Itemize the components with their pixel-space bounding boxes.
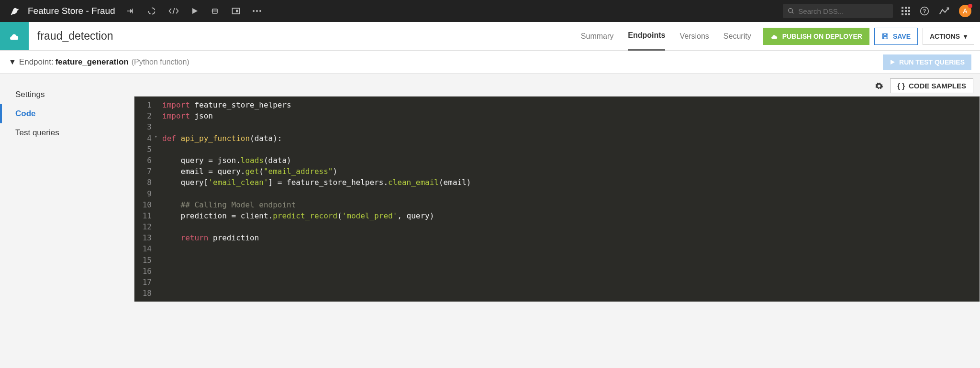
svg-rect-13 [908, 13, 910, 15]
svg-rect-12 [905, 13, 907, 15]
braces-icon: { } [897, 82, 905, 90]
svg-rect-7 [908, 7, 910, 9]
more-icon[interactable] [252, 10, 262, 12]
avatar[interactable]: A [959, 5, 971, 17]
code-editor[interactable]: 123456789101112131415161718 import featu… [134, 96, 980, 302]
run-label: RUN TEST QUERIES [899, 58, 965, 66]
search-icon [788, 7, 794, 15]
collapse-icon[interactable]: ▼ [9, 58, 16, 66]
stack-icon[interactable] [210, 6, 220, 16]
sidebar-item-code[interactable]: Code [0, 104, 134, 123]
actions-button[interactable]: ACTIONS ▾ [923, 28, 974, 45]
save-label: SAVE [893, 32, 911, 40]
code-icon[interactable] [168, 6, 179, 16]
svg-point-4 [259, 10, 261, 12]
sidebar-item-settings[interactable]: Settings [0, 85, 134, 104]
chevron-down-icon: ▾ [964, 32, 967, 40]
apps-icon[interactable] [902, 7, 910, 15]
play-icon [890, 59, 895, 65]
svg-rect-9 [905, 10, 907, 12]
svg-point-2 [253, 10, 255, 12]
play-icon[interactable] [191, 7, 199, 15]
endpoint-kind: (Python function) [132, 58, 189, 66]
code-content[interactable]: import feature_store_helpers import json… [156, 97, 980, 302]
cycle-icon[interactable] [147, 6, 156, 16]
endpoint-label: Endpoint: [19, 57, 54, 67]
tab-summary[interactable]: Summary [581, 22, 613, 51]
main: Settings Code Test queries { } CODE SAMP… [0, 74, 980, 368]
code-samples-label: CODE SAMPLES [909, 82, 966, 90]
panel-icon[interactable] [231, 6, 241, 16]
tab-endpoints[interactable]: Endpoints [628, 22, 665, 51]
editor-area: { } CODE SAMPLES 12345678910111213141516… [134, 74, 980, 368]
svg-rect-8 [902, 10, 903, 12]
svg-rect-10 [908, 10, 910, 12]
editor-toolbar: { } CODE SAMPLES [134, 74, 980, 96]
publish-button[interactable]: PUBLISH ON DEPLOYER [763, 28, 869, 45]
gutter: 123456789101112131415161718 [134, 97, 156, 302]
search-box[interactable] [783, 4, 893, 18]
activity-icon[interactable] [939, 7, 949, 15]
publish-label: PUBLISH ON DEPLOYER [782, 32, 862, 40]
help-icon[interactable]: ? [920, 6, 929, 16]
svg-rect-11 [902, 13, 903, 15]
endpoint-row: ▼ Endpoint: feature_generation (Python f… [0, 51, 980, 74]
tabs: Summary Endpoints Versions Security [581, 22, 763, 50]
brand-square[interactable] [0, 22, 29, 50]
topbar: Feature Store - Fraud ? A [0, 0, 980, 22]
code-samples-button[interactable]: { } CODE SAMPLES [890, 78, 973, 93]
endpoint-name: feature_generation [56, 57, 129, 67]
logo-icon[interactable] [9, 5, 21, 17]
sidebar-item-test-queries[interactable]: Test queries [0, 123, 134, 142]
toolbar-icons [126, 6, 262, 16]
tab-versions[interactable]: Versions [679, 22, 709, 51]
tab-security[interactable]: Security [724, 22, 751, 51]
svg-rect-6 [905, 7, 907, 9]
project-name[interactable]: Feature Store - Fraud [28, 6, 115, 16]
svg-point-3 [256, 10, 258, 12]
gear-icon[interactable] [875, 82, 883, 90]
run-test-queries-button[interactable]: RUN TEST QUERIES [883, 54, 971, 70]
svg-rect-1 [236, 10, 238, 12]
svg-text:?: ? [923, 8, 926, 14]
search-input[interactable] [798, 7, 888, 15]
save-icon [881, 32, 889, 40]
svg-rect-5 [902, 7, 903, 9]
cloud-icon [770, 33, 779, 40]
page-title: fraud_detection [29, 22, 113, 50]
sub-header: fraud_detection Summary Endpoints Versio… [0, 22, 980, 51]
sidebar: Settings Code Test queries [0, 74, 134, 368]
actions-label: ACTIONS [930, 32, 960, 40]
save-button[interactable]: SAVE [874, 28, 918, 45]
flow-icon[interactable] [126, 6, 135, 16]
